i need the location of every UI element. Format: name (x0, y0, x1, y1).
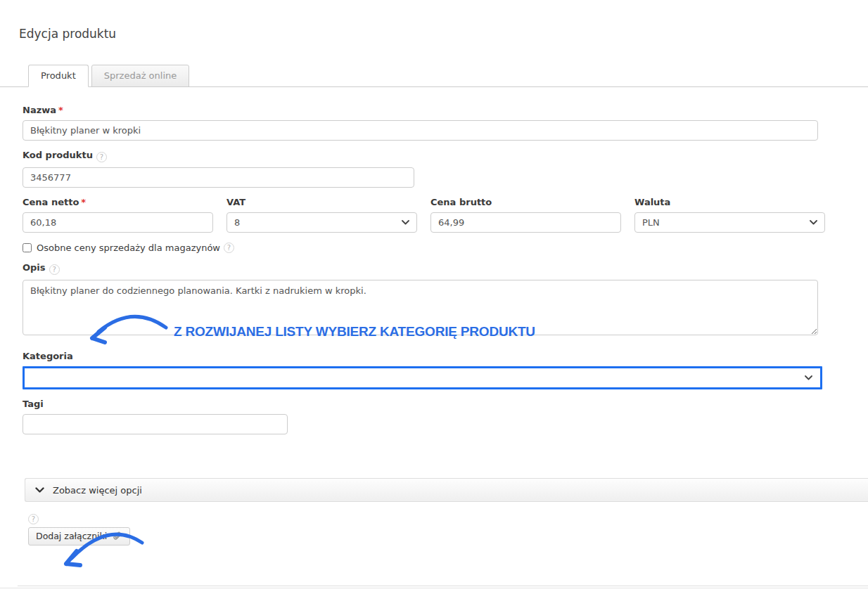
cena-netto-label: Cena netto* (23, 197, 213, 207)
paperclip-icon (112, 531, 122, 541)
cena-brutto-label: Cena brutto (430, 197, 621, 207)
kategoria-select[interactable] (25, 368, 820, 387)
more-options-toggle[interactable]: Zobacz więcej opcji (25, 478, 868, 502)
chevron-down-icon (402, 220, 409, 225)
kategoria-label: Kategoria (23, 351, 868, 361)
vat-selected-value: 8 (234, 217, 240, 228)
kod-produktu-input[interactable] (23, 167, 414, 188)
help-icon[interactable]: ? (96, 152, 107, 162)
osobne-ceny-row: Osobne ceny sprzedaży dla magazynów ? (23, 243, 868, 253)
tagi-label: Tagi (23, 399, 868, 409)
help-icon[interactable]: ? (28, 514, 39, 524)
price-row: Cena netto* VAT 8 Cena brutto Waluta PLN (23, 197, 868, 233)
waluta-label: Waluta (634, 197, 825, 207)
product-form: Nazwa* Kod produktu? Cena netto* VAT 8 C… (0, 105, 868, 434)
tagi-input[interactable] (23, 414, 288, 434)
kod-produktu-label: Kod produktu? (23, 150, 868, 162)
required-asterisk: * (58, 105, 63, 115)
tab-produkt[interactable]: Produkt (28, 65, 89, 87)
osobne-ceny-checkbox[interactable] (23, 243, 32, 252)
nazwa-label: Nazwa* (23, 105, 868, 115)
add-attachments-label: Dodaj załączniki (36, 531, 107, 541)
vat-select[interactable]: 8 (226, 212, 417, 233)
chevron-down-icon (810, 220, 817, 225)
cena-netto-input[interactable] (23, 212, 213, 233)
opis-label: Opis? (23, 262, 868, 275)
waluta-select[interactable]: PLN (634, 212, 825, 233)
page-title: Edycja produktu (19, 27, 868, 41)
kategoria-highlight-frame (23, 366, 822, 389)
add-attachments-button[interactable]: Dodaj załączniki (28, 527, 130, 545)
osobne-ceny-label: Osobne ceny sprzedaży dla magazynów (37, 243, 220, 253)
vat-label: VAT (226, 197, 417, 207)
more-options-label: Zobacz więcej opcji (53, 485, 142, 496)
help-icon[interactable]: ? (49, 264, 60, 275)
page-bottom-border (0, 588, 868, 588)
waluta-selected-value: PLN (642, 217, 660, 228)
attachments-help-row: ? (28, 512, 868, 524)
tab-bar: Produkt Sprzedaż online (0, 64, 868, 87)
annotation-text: Z ROZWIJANEJ LISTY WYBIERZ KATEGORIĘ PRO… (174, 324, 535, 340)
tab-sprzedaz-online[interactable]: Sprzedaż online (91, 65, 190, 87)
chevron-down-icon (805, 375, 812, 380)
chevron-down-icon (35, 487, 44, 493)
cena-brutto-input[interactable] (430, 212, 621, 233)
nazwa-input[interactable] (23, 120, 818, 141)
required-asterisk: * (81, 197, 86, 207)
footer-divider (18, 586, 868, 586)
help-icon[interactable]: ? (224, 243, 234, 253)
product-edit-page: Edycja produktu Produkt Sprzedaż online … (0, 0, 868, 594)
